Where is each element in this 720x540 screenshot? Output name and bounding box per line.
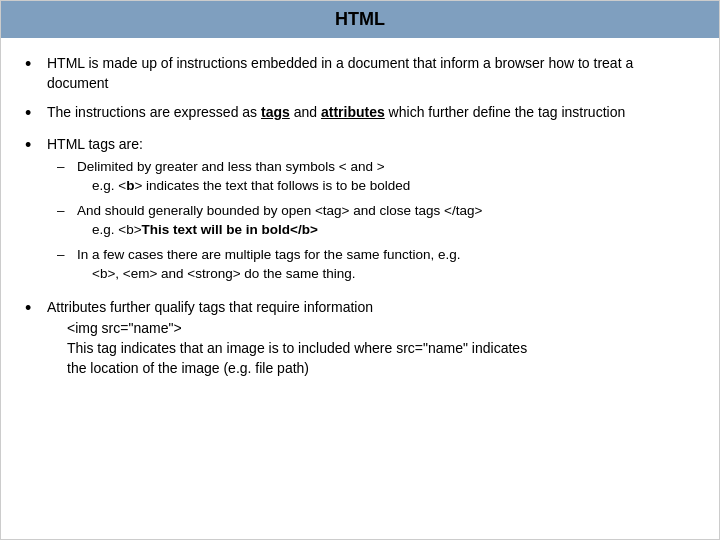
example-text: e.g. <b> indicates the text that follows… [77,177,695,196]
sub-text: And should generally bounded by open <ta… [77,202,695,242]
slide-container: HTML • HTML is made up of instructions e… [0,0,720,540]
bullet-dot: • [25,103,43,125]
bullet-dot: • [25,54,43,76]
sub-text: Delimited by greater and less than symbo… [77,158,695,198]
sub-list-item: – And should generally bounded by open <… [57,202,695,242]
bullet-dot: • [25,135,43,157]
example-text: <b>, <em> and <strong> do the same thing… [77,265,695,284]
bullet-text: Attributes further qualify tags that req… [47,298,695,378]
list-item: • HTML tags are: – Delimited by greater … [25,135,695,288]
main-bullet-list: • HTML is made up of instructions embedd… [25,54,695,378]
sub-list-item: – In a few cases there are multiple tags… [57,246,695,284]
sub-list-item: – Delimited by greater and less than sym… [57,158,695,198]
example-text: e.g. <b>This text will be in bold</b> [77,221,695,240]
list-item: • The instructions are expressed as tags… [25,103,695,125]
sub-text: In a few cases there are multiple tags f… [77,246,695,284]
slide-header: HTML [1,1,719,38]
bullet-text: HTML tags are: – Delimited by greater an… [47,135,695,288]
bullet-text: HTML is made up of instructions embedded… [47,54,695,93]
list-item: • Attributes further qualify tags that r… [25,298,695,378]
slide-content: • HTML is made up of instructions embedd… [1,38,719,539]
sub-bullet-list: – Delimited by greater and less than sym… [57,158,695,283]
dash-icon: – [57,158,73,177]
dash-icon: – [57,202,73,221]
bullet-dot: • [25,298,43,320]
bullet-text: The instructions are expressed as tags a… [47,103,695,123]
slide-title: HTML [21,9,699,30]
list-item: • HTML is made up of instructions embedd… [25,54,695,93]
example-text: <img src="name"> This tag indicates that… [67,319,695,378]
dash-icon: – [57,246,73,265]
